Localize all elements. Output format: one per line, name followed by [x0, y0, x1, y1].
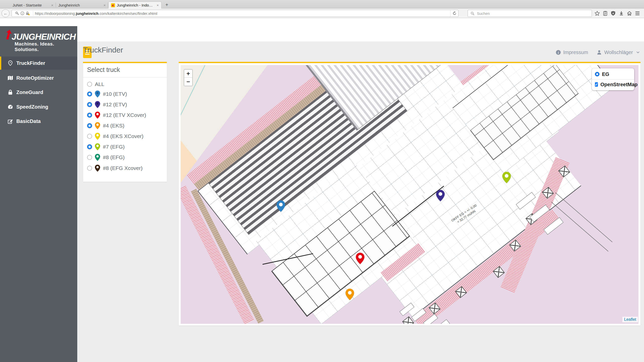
truck-radio[interactable] [87, 134, 92, 139]
back-button[interactable]: ← [2, 9, 10, 17]
truck-radio[interactable] [87, 92, 92, 97]
layer-label: EG [602, 71, 609, 77]
map-marker-4eks[interactable] [346, 289, 354, 301]
info-icon: i [20, 11, 25, 16]
panel-title: Select truck [87, 66, 120, 73]
home-icon[interactable] [627, 11, 632, 16]
tab-close-icon[interactable]: × [154, 3, 159, 7]
gauge-icon [8, 104, 13, 110]
map-canvas[interactable]: OKFF EG = +/- 0,00 = 32,77 müNN + − EG ✓… [181, 65, 638, 324]
truck-option-4eksxcover[interactable]: #4 (EKS XCover) [87, 132, 143, 140]
browser-navigation-bar: ← i https://indoorpositioning.jungheinri… [0, 9, 644, 18]
star-icon[interactable] [594, 11, 600, 16]
truck-option-all[interactable]: ALL [87, 80, 104, 88]
tab-label: JuNet - Startseite [13, 3, 42, 7]
sidebar-item-label: ZoneGuard [16, 89, 43, 95]
edit-icon [8, 119, 13, 124]
layer-label: OpenStreetMap [600, 82, 638, 87]
layer-option-openstreetmap[interactable]: ✓ OpenStreetMap [595, 81, 631, 88]
url-bar[interactable]: i https://indoorpositioning.jungheinrich… [12, 10, 459, 17]
key-icon [14, 11, 20, 16]
url-text: https://indoorpositioning.jungheinrich.c… [35, 11, 157, 16]
truck-option-label: #4 (EKS XCover) [103, 133, 143, 139]
lock-warning-icon [25, 11, 30, 16]
truck-option-10etv[interactable]: #10 (ETV) [87, 90, 127, 98]
truck-option-label: #8 (EFG Xcover) [103, 165, 143, 171]
tab-close-icon[interactable]: × [101, 3, 106, 7]
sidebar-item-label: BasicData [16, 118, 41, 124]
truck-pin-icon [95, 102, 100, 107]
zoom-out-button[interactable]: − [184, 78, 192, 86]
logo-tagline: Machines. Ideas. Solutions. [15, 41, 77, 52]
new-tab-button[interactable]: + [165, 2, 168, 8]
truck-option-8efg[interactable]: #8 (EFG) [87, 154, 125, 161]
reload-button[interactable] [450, 10, 458, 17]
truck-option-label: #10 (ETV) [103, 91, 127, 97]
shield-icon[interactable] [611, 11, 616, 16]
truck-option-4eks[interactable]: #4 (EKS) [87, 122, 124, 129]
tab-label: Jungheinrich [58, 3, 80, 7]
url-prefix: https://indoorpositioning. [35, 11, 76, 16]
truck-option-label: #12 (ETV XCover) [103, 112, 146, 118]
truck-radio[interactable] [87, 155, 92, 160]
leaflet-attribution[interactable]: Leaflet [622, 317, 638, 322]
user-menu[interactable]: Wollschläger [597, 50, 640, 55]
tab-close-icon[interactable]: × [49, 3, 53, 7]
sidebar-item-basicdata[interactable]: BasicData [0, 115, 77, 128]
truck-pin-icon [95, 144, 100, 150]
map-layers-control: EG ✓ OpenStreetMap [592, 68, 634, 90]
sidebar-item-zoneguard[interactable]: ZoneGuard [0, 86, 77, 99]
truck-radio[interactable] [87, 166, 92, 171]
impressum-link[interactable]: i Impressum [556, 50, 588, 55]
menu-icon[interactable] [635, 11, 640, 16]
layer-checkbox[interactable]: ✓ [595, 82, 598, 87]
sidebar-item-label: RouteOptimizer [16, 75, 54, 81]
truck-pin-icon [95, 166, 100, 171]
truck-radio[interactable] [87, 144, 92, 149]
truck-option-label: #8 (EFG) [103, 154, 125, 160]
map-marker-12etvxcover[interactable] [356, 253, 364, 265]
sidebar-item-routeoptimizer[interactable]: RouteOptimizer [0, 71, 77, 84]
svg-text:i: i [558, 51, 559, 54]
browser-tab-1[interactable]: JuNet - Startseite× [10, 2, 56, 9]
browser-tab-2[interactable]: Jungheinrich× [56, 2, 108, 9]
zoom-in-button[interactable]: + [184, 70, 192, 78]
divider [592, 79, 634, 79]
layer-option-eg[interactable]: EG [595, 71, 631, 77]
pin-outline-icon [8, 61, 13, 66]
search-placeholder: Suchen [477, 11, 490, 16]
map-zoom-control: + − [184, 69, 193, 86]
jungheinrich-logo: JUNGHEINRICH Machines. Ideas. Solutions. [0, 26, 77, 50]
truck-option-label: #4 (EKS) [103, 123, 124, 129]
sidebar-item-label: TruckFinder [16, 60, 45, 66]
map-marker-10etv[interactable] [277, 200, 285, 213]
truck-radio[interactable] [87, 102, 92, 107]
browser-tab-bar: JuNet - Startseite×Jungheinrich×Junghein… [0, 0, 644, 9]
impressum-label: Impressum [563, 50, 588, 55]
map-marker-7efg[interactable] [502, 172, 511, 184]
layer-radio[interactable] [595, 72, 599, 76]
sidebar-item-label: SpeedZoning [16, 104, 48, 110]
browser-tab-3[interactable]: Jungheinrich - Indoor Local...× [108, 2, 162, 9]
sidebar-item-truckfinder[interactable]: TruckFinder [0, 57, 77, 70]
map-icon [8, 75, 13, 81]
truck-option-8efgxcover[interactable]: #8 (EFG Xcover) [87, 164, 143, 172]
clipboard-icon[interactable] [602, 11, 608, 16]
map-marker-12etv[interactable] [436, 190, 445, 202]
tab-label: Jungheinrich - Indoor Local... [117, 3, 154, 7]
info-circle-icon: i [556, 50, 561, 55]
person-icon [597, 50, 602, 55]
search-input[interactable]: Suchen [468, 10, 592, 17]
divider [33, 11, 33, 16]
truck-radio[interactable] [87, 113, 92, 118]
sidebar-item-speedzoning[interactable]: SpeedZoning [0, 100, 77, 113]
truck-option-7efg[interactable]: #7 (EFG) [87, 143, 125, 151]
download-icon[interactable] [619, 11, 624, 16]
truck-radio[interactable] [87, 123, 92, 128]
truck-option-12etvxcover[interactable]: #12 (ETV XCover) [87, 111, 146, 119]
chevron-down-icon [635, 50, 640, 55]
truck-option-12etv[interactable]: #12 (ETV) [87, 101, 127, 108]
svg-text:i: i [22, 12, 23, 15]
logo-text: JUNGHEINRICH [12, 32, 75, 42]
truck-radio[interactable] [87, 82, 92, 87]
